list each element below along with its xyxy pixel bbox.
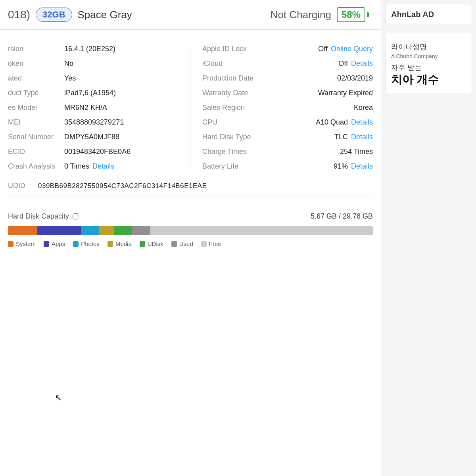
label-crash: Crash Analysis [8, 162, 60, 171]
disk-segment-free [150, 226, 373, 235]
disk-header: Hard Disk Capacity 5.67 GB / 29.78 GB [8, 212, 373, 221]
header-left: 018) 32GB Space Gray [8, 8, 132, 22]
label-cpu: CPU [202, 118, 217, 127]
value-version: 16.4.1 (20E252) [64, 45, 115, 53]
label-mei: MEI [8, 118, 60, 127]
year-suffix: 018) [8, 8, 30, 21]
ad-box: AhnLab AD [385, 4, 472, 25]
value-battery-life: 91% [334, 162, 348, 171]
icloud-value-group: Off Details [338, 60, 373, 68]
disk-segment-used [132, 226, 150, 235]
value-charge-times: 254 Times [340, 148, 373, 156]
disk-title: Hard Disk Capacity [8, 212, 79, 221]
legend-label-media: Media [115, 240, 132, 247]
legend-udisk: UDisk [140, 240, 163, 247]
value-sales-region: Korea [354, 104, 373, 112]
info-row-broken: oken No [8, 56, 182, 71]
value-warranty-date: Warranty Expired [318, 89, 373, 97]
hard-disk-type-details-link[interactable]: Details [351, 133, 373, 141]
legend-dot-media [107, 241, 113, 247]
label-icloud: iCloud [202, 60, 223, 68]
label-apple-id: Apple ID Lock [202, 45, 247, 53]
right-row-battery-life: Battery Life 91% Details [202, 159, 373, 174]
left-column: rsion 16.4.1 (20E252) oken No ated Yes d… [0, 42, 190, 174]
apple-id-query-link[interactable]: Online Query [331, 45, 373, 53]
right-sidebar: AhnLab AD 라이나생명 A Chubb Company 자주 받는 치아… [381, 0, 476, 476]
disk-spinner-icon [72, 213, 79, 220]
label-activated: ated [8, 74, 60, 83]
battery-tip-icon [367, 12, 369, 17]
legend-dot-apps [44, 241, 49, 247]
disk-section: Hard Disk Capacity 5.67 GB / 29.78 GB [0, 204, 381, 251]
hard-disk-type-group: TLC Details [334, 133, 373, 141]
battery-box: 58% [337, 7, 369, 22]
legend-label-udisk: UDisk [148, 240, 163, 247]
charging-status: Not Charging [271, 9, 331, 21]
ad-box-2: 라이나생명 A Chubb Company 자주 받는 치아 개수 [385, 33, 472, 93]
value-icloud-off: Off [338, 60, 348, 68]
disk-segment-media [99, 226, 114, 235]
label-production-date: Production Date [202, 74, 253, 83]
legend-label-free: Free [209, 240, 221, 247]
right-column: Apple ID Lock Off Online Query iCloud Of… [190, 42, 381, 174]
info-row-activated: ated Yes [8, 71, 182, 86]
value-sales-model: MR6N2 KH/A [64, 104, 107, 112]
udid-label: UDID [8, 182, 32, 190]
ad-title: AhnLab AD [391, 10, 466, 19]
right-row-production-date: Production Date 02/03/2019 [202, 71, 373, 86]
value-crash-times: 0 Times [64, 162, 89, 171]
ad-company: 라이나생명 [391, 42, 466, 52]
label-broken: oken [8, 60, 60, 68]
header-right: Not Charging 58% [271, 7, 369, 22]
value-mei: 354888093279271 [64, 118, 124, 127]
label-ecid: ECID [8, 148, 60, 156]
value-activated: Yes [64, 74, 76, 83]
icloud-details-link[interactable]: Details [351, 60, 373, 68]
right-row-icloud: iCloud Off Details [202, 56, 373, 71]
info-row-sales-model: es Model MR6N2 KH/A [8, 100, 182, 115]
legend-media: Media [107, 240, 132, 247]
label-version: rsion [8, 45, 60, 53]
info-row-ecid: ECID 0019483420FBE0A6 [8, 144, 182, 159]
legend-dot-udisk [140, 241, 145, 247]
label-product-type: duct Type [8, 89, 60, 97]
battery-life-details-link[interactable]: Details [351, 162, 373, 171]
main-panel: 018) 32GB Space Gray Not Charging 58% rs… [0, 0, 381, 476]
label-warranty-date: Warranty Date [202, 89, 248, 97]
right-row-hard-disk-type: Hard Disk Type TLC Details [202, 130, 373, 144]
legend-dot-system [8, 241, 13, 247]
content-area: rsion 16.4.1 (20E252) oken No ated Yes d… [0, 30, 381, 251]
value-broken: No [64, 60, 73, 68]
ad-text: 자주 받는 [391, 63, 466, 72]
apple-id-value-group: Off Online Query [318, 45, 373, 53]
value-serial: DMPY5A0MJF88 [64, 133, 119, 141]
label-hard-disk-type: Hard Disk Type [202, 133, 251, 141]
right-row-cpu: CPU A10 Quad Details [202, 115, 373, 130]
color-label: Space Gray [78, 9, 132, 21]
disk-legend: System Apps Photos Media UDisk [8, 240, 373, 247]
info-row-serial: Serial Number DMPY5A0MJF88 [8, 130, 182, 144]
battery-life-group: 91% Details [334, 162, 373, 171]
storage-badge: 32GB [36, 8, 72, 22]
cpu-details-link[interactable]: Details [351, 118, 373, 127]
battery-percent: 58% [337, 7, 365, 22]
legend-dot-photos [73, 241, 79, 247]
label-sales-region: Sales Region [202, 104, 245, 112]
info-row-version: rsion 16.4.1 (20E252) [8, 42, 182, 56]
right-row-apple-id: Apple ID Lock Off Online Query [202, 42, 373, 56]
crash-details-link[interactable]: Details [92, 162, 114, 171]
crash-value-group: 0 Times Details [64, 162, 114, 171]
legend-photos: Photos [73, 240, 100, 247]
legend-apps: Apps [44, 240, 65, 247]
label-battery-life: Battery Life [202, 162, 238, 171]
disk-segment-apps [37, 226, 81, 235]
value-hard-disk-type: TLC [334, 133, 348, 141]
legend-label-apps: Apps [52, 240, 65, 247]
value-product-type: iPad7,6 (A1954) [64, 89, 116, 97]
ad-sub: A Chubb Company [391, 53, 466, 60]
legend-used: Used [171, 240, 193, 247]
legend-label-used: Used [179, 240, 193, 247]
label-charge-times: Charge Times [202, 148, 247, 156]
right-row-charge-times: Charge Times 254 Times [202, 144, 373, 159]
value-apple-id-off: Off [318, 45, 328, 53]
